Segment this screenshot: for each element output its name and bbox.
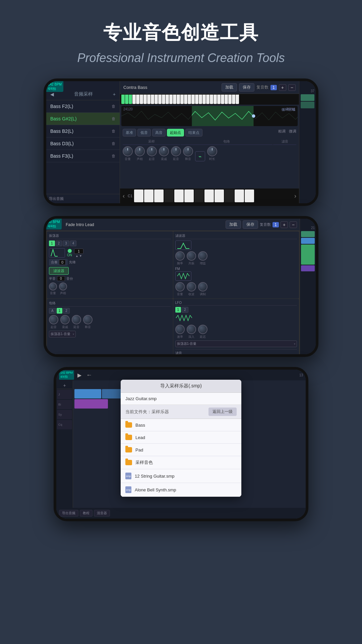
delete-icon[interactable]: 🗑 [112, 104, 116, 109]
kbd-white-key-3[interactable] [154, 190, 164, 202]
kbd-white-key-5[interactable] [184, 190, 194, 202]
osc-tab-2[interactable]: 2 [56, 240, 62, 246]
folder-pad[interactable]: Pad [121, 444, 241, 456]
fm-tune-knob[interactable] [198, 282, 207, 291]
synth-load-btn[interactable]: 加载 [226, 220, 241, 229]
osc-tab-4[interactable]: 4 [70, 240, 77, 246]
phone3-play-btn[interactable]: ▶ [76, 372, 83, 378]
resonance-knob[interactable] [187, 251, 196, 261]
env-attack-knob[interactable] [49, 315, 58, 324]
piano-key-w21[interactable] [206, 95, 209, 104]
phone3-mixer-btn[interactable]: 混音器 [94, 510, 110, 517]
piano-key-w28[interactable] [232, 95, 235, 104]
piano-key-w15[interactable] [184, 95, 187, 104]
env-tab-2[interactable]: 2 [63, 308, 70, 314]
save-btn[interactable]: 保存 [239, 83, 254, 92]
tab-bass[interactable]: 低音 [137, 129, 151, 137]
lfo-tab-1[interactable]: 1 [175, 307, 181, 313]
piano-key-w4[interactable] [143, 95, 147, 104]
env-tab-1[interactable]: 1 [57, 308, 63, 314]
piano-key-w17[interactable] [191, 95, 195, 104]
phone3-tutorial-btn[interactable]: 教程 [80, 510, 93, 517]
synth-poly-plus[interactable]: + [281, 221, 288, 228]
piano-key-green1[interactable] [121, 95, 125, 104]
lfo-depth-knob[interactable] [187, 325, 196, 334]
piano-key-w2[interactable] [136, 95, 139, 104]
sample-item-3[interactable]: Bass B2(L) 🗑 [46, 125, 120, 138]
fm-decay-knob[interactable] [187, 282, 196, 291]
sustain-knob[interactable] [171, 146, 181, 156]
kbd-black-key-3[interactable] [225, 190, 234, 202]
piano-key-w9[interactable] [162, 95, 165, 104]
file-alone-bell[interactable]: smp Alone Bell Synth.smp [121, 483, 241, 497]
synth-poly-minus[interactable]: − [290, 221, 297, 228]
delete-icon-4[interactable]: 🗑 [112, 141, 116, 146]
folder-sample-tones[interactable]: 采样音色 [121, 456, 241, 469]
filter-gain-knob[interactable] [198, 251, 207, 261]
fm-display[interactable] [175, 271, 191, 281]
file-12-string-guitar[interactable]: smp 12 String Guitar.smp [121, 469, 241, 483]
kbd-white-key-4[interactable] [174, 190, 184, 202]
osc-tab-3[interactable]: 3 [63, 240, 69, 246]
lfo-delay-knob[interactable] [198, 325, 207, 334]
reverb-shape[interactable] [175, 357, 185, 357]
reverb-time-knob[interactable] [207, 146, 217, 156]
piano-key-w29[interactable] [236, 95, 239, 104]
add-track-btn[interactable]: + [63, 383, 66, 388]
phone3-export-btn[interactable]: 导出音频 [59, 510, 78, 517]
decay-knob[interactable] [159, 146, 169, 156]
attack-knob[interactable] [147, 146, 157, 156]
fm-vol-knob[interactable] [175, 282, 185, 291]
kbd-white-key-2[interactable] [144, 190, 154, 202]
piano-key-w12[interactable] [173, 95, 176, 104]
volume-knob[interactable] [123, 146, 133, 156]
reverb-time-synth-knob[interactable] [186, 357, 195, 357]
polyphony-minus[interactable]: − [288, 84, 296, 91]
piano-key-w16[interactable] [188, 95, 191, 104]
delete-icon-2[interactable]: 🗑 [112, 116, 116, 121]
env-release-knob[interactable] [83, 315, 93, 324]
kbd-white-key-8[interactable] [235, 190, 244, 202]
back-to-parent-btn[interactable]: 返回上一级 [208, 408, 237, 416]
phone3-back-btn[interactable]: ← [85, 372, 94, 379]
tab-start[interactable]: 起始点 [167, 129, 184, 137]
tab-base[interactable]: 基准 [123, 129, 136, 137]
reverb-icon[interactable]: ⌁ [195, 151, 205, 161]
piano-key-w3[interactable] [140, 95, 143, 104]
env-tab-a[interactable]: A [49, 308, 56, 314]
delete-icon-3[interactable]: 🗑 [112, 129, 116, 133]
kbd-white-key-7[interactable] [215, 190, 224, 202]
piano-key-w1[interactable] [132, 95, 136, 104]
kbd-white-key-9[interactable] [245, 190, 254, 202]
release-knob[interactable] [183, 146, 193, 156]
kbd-white-key-1[interactable] [134, 190, 143, 202]
filter-btn[interactable]: 滤波器 [49, 267, 69, 275]
piano-key-green3[interactable] [129, 95, 132, 104]
kbd-prev-icon[interactable]: ‹ [121, 193, 126, 200]
kbd-black-key-2[interactable] [194, 190, 204, 202]
osc-pan-knob-ctrl[interactable] [59, 282, 67, 290]
synth-save-btn[interactable]: 保存 [243, 220, 258, 229]
filter-shape-display[interactable] [175, 240, 191, 250]
delete-icon-5[interactable]: 🗑 [112, 154, 116, 158]
pan-knob[interactable] [135, 146, 145, 156]
piano-key-w11[interactable] [169, 95, 173, 104]
lfo-rate-knob[interactable] [175, 325, 185, 334]
sample-item-1[interactable]: Bass F2(L) 🗑 [46, 100, 120, 113]
folder-lead[interactable]: Lead [121, 431, 241, 444]
export-audio-btn[interactable]: 导出音频 [46, 194, 120, 203]
sample-item-5[interactable]: Bass F3(L) 🗑 [46, 150, 120, 162]
piano-key-w25[interactable] [221, 95, 224, 104]
loop-handle[interactable] [252, 114, 255, 118]
piano-key-w6[interactable] [151, 95, 154, 104]
kbd-black-key-1[interactable] [164, 190, 174, 202]
piano-keys-bar[interactable] [120, 94, 299, 105]
piano-key-w26[interactable] [225, 95, 228, 104]
freq-knob[interactable] [175, 251, 185, 261]
piano-key-w19[interactable] [199, 95, 202, 104]
wave-display[interactable] [49, 248, 65, 258]
piano-key-w24[interactable] [217, 95, 221, 104]
osc-volume-knob[interactable] [49, 282, 57, 290]
env-sustain-knob[interactable] [72, 315, 81, 324]
env-decay-knob[interactable] [60, 315, 70, 324]
